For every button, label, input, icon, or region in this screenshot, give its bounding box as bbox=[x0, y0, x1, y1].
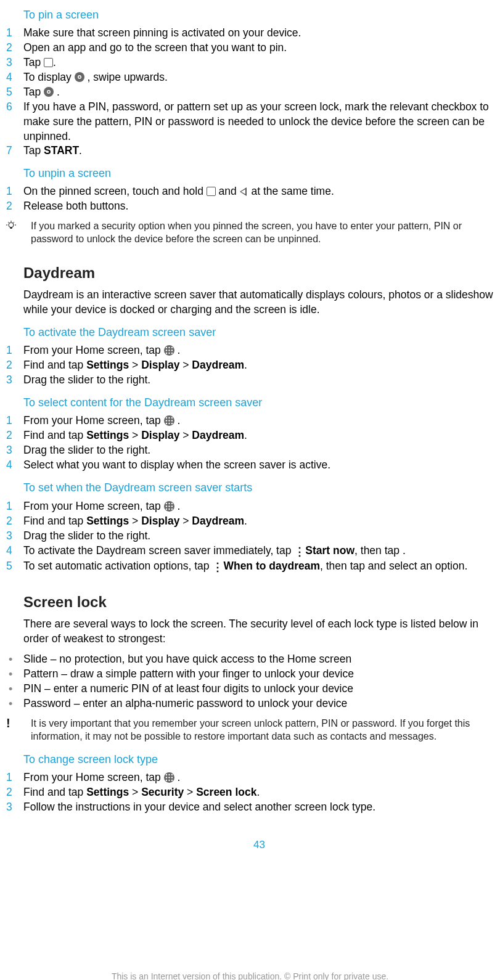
step-number: 1 bbox=[6, 26, 18, 41]
step-number: 4 bbox=[6, 70, 18, 85]
step-number: 2 bbox=[6, 428, 18, 443]
step-number: 2 bbox=[6, 785, 18, 800]
svg-line-11 bbox=[8, 222, 9, 223]
exclamation-icon: ! bbox=[6, 718, 10, 728]
footer-disclaimer: This is an Internet version of this publ… bbox=[0, 971, 500, 980]
step-number: 2 bbox=[6, 358, 18, 373]
svg-point-46 bbox=[171, 774, 172, 775]
svg-point-41 bbox=[168, 508, 170, 509]
svg-point-18 bbox=[168, 349, 170, 351]
step-number: 4 bbox=[6, 458, 18, 473]
steps-when-daydream: 1From your Home screen, tap .2Find and t… bbox=[23, 499, 495, 575]
step-text: From your Home screen, tap . bbox=[23, 343, 495, 358]
svg-point-28 bbox=[168, 420, 170, 422]
svg-point-45 bbox=[168, 774, 170, 775]
step-number: 1 bbox=[6, 184, 18, 199]
steps-select-daydream: 1From your Home screen, tap .2Find and t… bbox=[23, 414, 495, 473]
step-number: 1 bbox=[6, 770, 18, 785]
svg-point-48 bbox=[168, 777, 170, 778]
svg-point-21 bbox=[168, 353, 170, 354]
step-text: To display , swipe upwards. bbox=[23, 70, 495, 85]
step-number: 2 bbox=[6, 41, 18, 55]
more-vert-icon: ⋮ bbox=[212, 560, 223, 575]
step-text: Drag the slider to the right. bbox=[23, 373, 495, 388]
step-text: To set automatic activation options, tap… bbox=[23, 559, 495, 575]
list-item: Password – enter an alpha-numeric passwo… bbox=[23, 696, 495, 711]
svg-point-17 bbox=[165, 349, 166, 351]
heading-change-lock: To change screen lock type bbox=[23, 752, 495, 767]
step-text: Follow the instructions in your device a… bbox=[23, 800, 495, 815]
svg-point-22 bbox=[171, 353, 172, 354]
list-item: Pattern – draw a simple pattern with you… bbox=[23, 667, 495, 682]
step-text: Find and tap Settings > Security > Scree… bbox=[23, 785, 495, 800]
step-number: 3 bbox=[6, 373, 18, 388]
step-number: 1 bbox=[6, 499, 18, 514]
step-number: 6 bbox=[6, 100, 18, 115]
step-number: 7 bbox=[6, 144, 18, 158]
step-number: 1 bbox=[6, 414, 18, 428]
svg-point-26 bbox=[171, 417, 172, 419]
step-text: Find and tap Settings > Display > Daydre… bbox=[23, 514, 495, 529]
step-text: Make sure that screen pinning is activat… bbox=[23, 26, 495, 41]
step-text: Select what you want to display when the… bbox=[23, 458, 495, 473]
heading-activate-daydream: To activate the Daydream screen saver bbox=[23, 325, 495, 340]
heading-screen-lock: Screen lock bbox=[23, 592, 495, 612]
step-number: 3 bbox=[6, 55, 18, 70]
back-triangle-icon bbox=[240, 187, 248, 196]
svg-rect-7 bbox=[10, 227, 12, 229]
svg-point-49 bbox=[171, 777, 172, 778]
step-number: 2 bbox=[6, 199, 18, 214]
steps-activate-daydream: 1From your Home screen, tap .2Find and t… bbox=[23, 343, 495, 388]
svg-point-39 bbox=[171, 505, 172, 507]
step-text: Find and tap Settings > Display > Daydre… bbox=[23, 428, 495, 443]
svg-point-30 bbox=[165, 423, 166, 424]
svg-point-42 bbox=[171, 508, 172, 509]
app-grid-icon bbox=[164, 344, 174, 356]
svg-point-47 bbox=[165, 777, 166, 778]
heading-daydream: Daydream bbox=[23, 263, 495, 283]
svg-point-29 bbox=[171, 420, 172, 422]
steps-unpin-screen: 1 On the pinned screen, touch and hold a… bbox=[23, 184, 495, 214]
step-text: If you have a PIN, password, or pattern … bbox=[23, 100, 495, 144]
svg-point-40 bbox=[165, 508, 166, 509]
svg-point-36 bbox=[171, 502, 172, 504]
heading-select-daydream: To select content for the Daydream scree… bbox=[23, 395, 495, 410]
svg-point-50 bbox=[165, 780, 166, 781]
more-vert-icon: ⋮ bbox=[294, 545, 305, 560]
overview-square-icon bbox=[207, 187, 216, 196]
page-number: 43 bbox=[23, 838, 495, 852]
step-text: Find and tap Settings > Display > Daydre… bbox=[23, 358, 495, 373]
svg-point-19 bbox=[171, 349, 172, 351]
pin-circle-icon bbox=[75, 72, 84, 82]
heading-when-daydream: To set when the Daydream screen saver st… bbox=[23, 480, 495, 495]
step-text: Tap . bbox=[23, 55, 495, 70]
steps-pin-screen: 1Make sure that screen pinning is activa… bbox=[23, 26, 495, 158]
svg-point-51 bbox=[168, 780, 170, 781]
step-text: From your Home screen, tap . bbox=[23, 499, 495, 514]
step-text: Tap . bbox=[23, 85, 495, 100]
svg-point-16 bbox=[171, 347, 172, 348]
step-number: 3 bbox=[6, 529, 18, 544]
step-number: 5 bbox=[6, 85, 18, 100]
svg-point-35 bbox=[168, 502, 170, 504]
step-number: 4 bbox=[6, 544, 18, 558]
step-text: On the pinned screen, touch and hold and… bbox=[23, 184, 495, 199]
svg-point-32 bbox=[171, 423, 172, 424]
steps-change-lock: 1From your Home screen, tap .2Find and t… bbox=[23, 770, 495, 815]
svg-point-34 bbox=[165, 502, 166, 504]
app-grid-icon bbox=[164, 414, 174, 427]
svg-point-52 bbox=[171, 780, 172, 781]
step-number: 3 bbox=[6, 443, 18, 458]
step-text: Release both buttons. bbox=[23, 199, 495, 214]
list-item: PIN – enter a numeric PIN of at least fo… bbox=[23, 682, 495, 696]
svg-point-14 bbox=[165, 347, 166, 348]
step-number: 1 bbox=[6, 343, 18, 358]
step-text: Drag the slider to the right. bbox=[23, 529, 495, 544]
svg-point-5 bbox=[48, 91, 50, 93]
page-content: To pin a screen 1Make sure that screen p… bbox=[0, 7, 500, 852]
pin-circle-icon bbox=[44, 87, 54, 97]
svg-point-25 bbox=[168, 417, 170, 419]
step-text: To activate the Daydream screen saver im… bbox=[23, 544, 495, 560]
lightbulb-icon bbox=[6, 221, 16, 234]
svg-point-37 bbox=[165, 505, 166, 507]
